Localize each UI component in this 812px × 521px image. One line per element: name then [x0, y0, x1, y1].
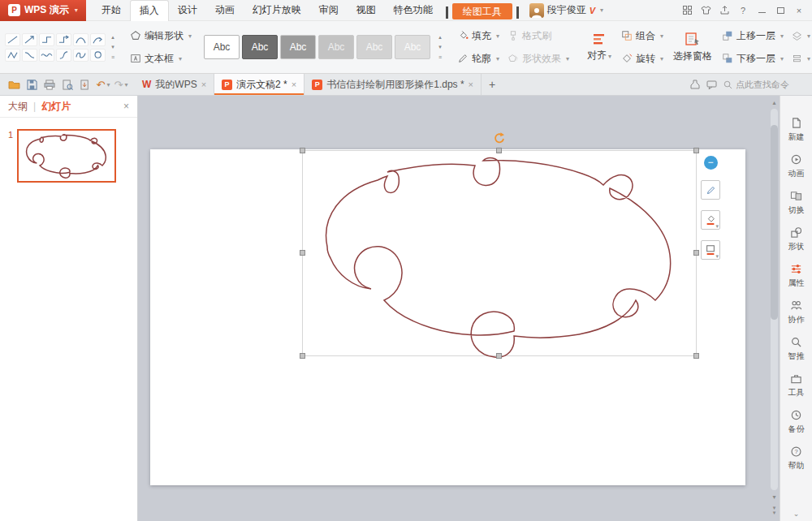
shape-freeform-icon[interactable]: [73, 49, 89, 62]
shape-style-tile[interactable]: Abc: [204, 35, 240, 59]
command-search[interactable]: [723, 80, 806, 89]
apps-icon[interactable]: [678, 3, 696, 18]
edit-shape-button[interactable]: 编辑形状 ▾: [126, 26, 196, 45]
help-icon[interactable]: ?: [734, 3, 752, 18]
tab-slideshow[interactable]: 幻灯片放映: [244, 0, 310, 21]
quick-edit-points-button[interactable]: [701, 180, 720, 200]
shape-reverse-s-icon[interactable]: [56, 49, 71, 62]
shape-wave-icon[interactable]: [39, 49, 54, 62]
scroll-up-icon[interactable]: ▴: [772, 97, 775, 107]
send-backward-button[interactable]: 下移一层 ▾: [718, 49, 788, 68]
message-icon[interactable]: [706, 80, 717, 89]
save-icon[interactable]: [23, 75, 41, 94]
resize-handle-bottom-left[interactable]: [300, 353, 305, 359]
style-scroll-down-icon[interactable]: ▾: [435, 43, 445, 51]
shape-selection-box[interactable]: [302, 150, 697, 356]
close-button[interactable]: ×: [790, 3, 808, 18]
wps-menu-button[interactable]: P WPS 演示 ▾: [0, 0, 86, 21]
plugin-icon[interactable]: [690, 80, 700, 89]
doc-tab-close-icon[interactable]: ×: [469, 80, 473, 89]
sidebar-item-properties[interactable]: 属性: [788, 263, 805, 289]
shape-effects-button[interactable]: 形状效果 ▾: [503, 49, 573, 68]
shape-line-icon[interactable]: [5, 33, 20, 46]
resize-handle-bottom-right[interactable]: [693, 353, 699, 359]
group-button[interactable]: 组合 ▾: [617, 26, 667, 45]
shape-style-tile[interactable]: Abc: [280, 35, 316, 59]
gallery-scroll-up-icon[interactable]: ▴: [108, 33, 118, 41]
tab-design[interactable]: 设计: [169, 0, 206, 21]
slide-thumbnail[interactable]: [17, 129, 116, 183]
text-box-button[interactable]: 文本框 ▾: [126, 49, 196, 68]
search-input[interactable]: [736, 80, 806, 89]
sidebar-item-smart[interactable]: 智推: [788, 336, 805, 362]
doc-tab-presentation2[interactable]: P 演示文稿2 * ×: [214, 74, 304, 95]
sidebar-more-icon[interactable]: ⌄: [793, 510, 800, 518]
selection-pane-button[interactable]: 选择窗格: [667, 24, 718, 70]
tab-view[interactable]: 视图: [348, 0, 385, 21]
minimize-button[interactable]: [753, 3, 771, 18]
redo-button[interactable]: ↷▾: [112, 75, 130, 94]
shape-elbow-icon[interactable]: [39, 33, 54, 46]
quick-fill-color-button[interactable]: ▾: [701, 210, 720, 230]
undo-button[interactable]: ↶▾: [94, 75, 112, 94]
resize-handle-top-left[interactable]: [300, 148, 305, 153]
sidebar-item-animation[interactable]: 动画: [788, 153, 805, 179]
skin-icon[interactable]: [697, 3, 715, 18]
gallery-scroll-down-icon[interactable]: ▾: [108, 43, 118, 51]
resize-handle-top-middle[interactable]: [496, 148, 502, 153]
shape-style-tile[interactable]: Abc: [318, 35, 354, 59]
layer-mini-top-button[interactable]: ▾: [788, 26, 812, 45]
gallery-more-icon[interactable]: ≡: [108, 53, 118, 61]
tab-insert[interactable]: 插入: [130, 0, 169, 21]
sidebar-item-backup[interactable]: 备份: [788, 409, 805, 435]
panel-close-icon[interactable]: ×: [123, 101, 129, 112]
scrollbar-track[interactable]: [771, 109, 778, 490]
doc-tab-close-icon[interactable]: ×: [201, 80, 206, 89]
shape-zigzag-icon[interactable]: [5, 49, 20, 62]
quick-outline-color-button[interactable]: ▾: [701, 240, 720, 260]
slides-tab[interactable]: 幻灯片: [41, 100, 71, 114]
collapse-tools-button[interactable]: −: [704, 156, 718, 170]
format-painter-button[interactable]: 格式刷: [503, 26, 573, 45]
resize-handle-middle-right[interactable]: [693, 250, 699, 256]
resize-handle-top-right[interactable]: [693, 148, 699, 153]
align-button[interactable]: 对齐▾: [581, 24, 617, 70]
sidebar-item-tools[interactable]: 工具: [788, 372, 805, 398]
shape-style-tile[interactable]: Abc: [356, 35, 392, 59]
shape-elbow-arrow-icon[interactable]: [56, 33, 71, 46]
outline-button[interactable]: 轮廓 ▾: [453, 49, 503, 68]
tab-drawing-tools[interactable]: 绘图工具: [452, 3, 512, 19]
sidebar-item-shape[interactable]: 形状: [788, 226, 805, 252]
resize-handle-bottom-middle[interactable]: [496, 353, 502, 359]
user-account-button[interactable]: 段宇俊亚 V ▾: [529, 3, 603, 18]
open-folder-icon[interactable]: [5, 75, 23, 94]
doc-tab-my-wps[interactable]: W 我的WPS ×: [135, 74, 214, 95]
shape-curve-icon[interactable]: [73, 33, 89, 46]
sidebar-item-transition[interactable]: 切换: [788, 190, 805, 216]
tab-special-features[interactable]: 特色功能: [385, 0, 442, 21]
tab-home[interactable]: 开始: [93, 0, 130, 21]
style-scroll-up-icon[interactable]: ▴: [435, 33, 445, 41]
print-icon[interactable]: [41, 75, 58, 94]
outline-tab[interactable]: 大纲: [8, 100, 28, 114]
tab-review[interactable]: 审阅: [310, 0, 348, 21]
doc-tab-letter-envelope[interactable]: P 书信信封绘制用图形操作1.dps * ×: [304, 74, 482, 95]
export-icon[interactable]: [76, 75, 94, 94]
shape-scribble-icon[interactable]: [90, 49, 106, 62]
next-slide-button[interactable]: ▾▾: [773, 502, 776, 519]
doc-tab-close-icon[interactable]: ×: [292, 80, 296, 89]
shape-style-tile[interactable]: Abc: [242, 35, 278, 59]
shape-style-tile[interactable]: Abc: [395, 35, 430, 59]
fill-button[interactable]: 填充 ▾: [453, 26, 503, 45]
slide-canvas[interactable]: − ▾ ▾ ▴ ▾ ▾▾: [138, 96, 780, 521]
rotate-handle[interactable]: [493, 131, 506, 144]
layer-mini-bottom-button[interactable]: ▾: [788, 49, 812, 68]
scrollbar-thumb[interactable]: [771, 125, 778, 320]
tab-animation[interactable]: 动画: [206, 0, 244, 21]
new-tab-button[interactable]: +: [482, 74, 503, 95]
shape-arrow-icon[interactable]: [22, 33, 37, 46]
print-preview-icon[interactable]: [58, 75, 76, 94]
scribble-drawing[interactable]: [303, 151, 698, 357]
sidebar-item-help[interactable]: ? 帮助: [788, 446, 805, 471]
style-more-icon[interactable]: ≡: [435, 53, 445, 61]
